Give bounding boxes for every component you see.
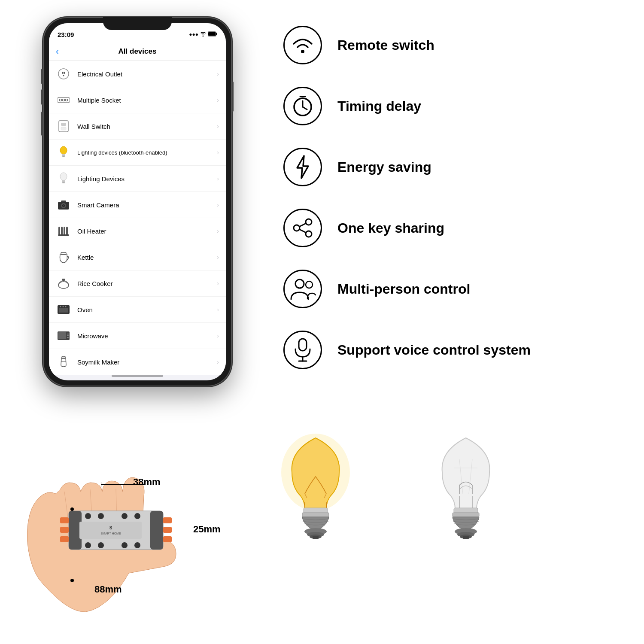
feature-voice-control: Support voice control system [283,331,627,369]
svg-point-57 [295,279,304,288]
hand-area: S SMART HOME 38mm 25mm 88mm [9,378,258,635]
svg-rect-82 [79,522,142,539]
phone-notch [103,17,172,30]
switch-icon [56,118,71,134]
chevron-icon: › [217,306,219,313]
device-list: Electrical Outlet › Multiple Socket › [49,61,226,375]
socket-icon [56,92,71,108]
feature-label: Multi-person control [337,281,470,297]
list-item[interactable]: Electrical Outlet › [49,61,226,87]
svg-rect-89 [302,513,329,517]
svg-point-79 [98,542,104,548]
svg-point-78 [85,542,91,548]
list-item[interactable]: Multiple Socket › [49,87,226,113]
feature-label: Timing delay [337,98,421,114]
svg-rect-59 [299,339,307,351]
svg-point-9 [63,99,65,101]
list-item[interactable]: Soymilk Maker › [49,349,226,375]
device-name: Multiple Socket [77,97,217,104]
feature-label: One key sharing [337,220,444,236]
svg-rect-16 [62,155,65,156]
list-item[interactable]: Microwave › [49,323,226,349]
wifi-status-icon [200,31,206,38]
svg-rect-4 [62,72,64,74]
dim-tick-38b [144,482,144,487]
chevron-icon: › [217,97,219,103]
list-item[interactable]: Kettle › [49,244,226,270]
device-name: Electrical Outlet [77,70,217,78]
home-indicator [112,375,163,377]
svg-rect-20 [62,182,65,182]
svg-text:S: S [109,526,112,530]
list-item[interactable]: Smart Camera › [49,192,226,218]
svg-line-55 [299,223,306,227]
svg-point-18 [60,173,67,180]
dim-dot-2 [70,579,74,582]
svg-rect-12 [61,123,66,126]
svg-rect-13 [61,127,66,130]
svg-rect-2 [216,33,217,35]
chevron-icon: › [217,332,219,339]
svg-rect-27 [58,227,60,235]
svg-point-58 [306,281,313,288]
svg-line-56 [299,229,306,233]
battery-status-icon [208,31,217,38]
phone-frame: 23:09 ●●● ‹ All devices [43,17,232,386]
dim-25mm: 25mm [193,524,221,535]
list-item[interactable]: Oven › [49,297,226,323]
svg-rect-26 [61,200,66,202]
svg-point-47 [301,50,304,53]
svg-point-81 [134,542,140,548]
svg-rect-29 [64,227,65,235]
svg-point-37 [60,306,61,307]
hand-svg: S SMART HOME [9,378,249,627]
svg-rect-70 [163,536,172,542]
svg-point-74 [85,513,91,519]
svg-point-10 [66,99,68,101]
svg-rect-88 [304,508,328,513]
device-name: Oven [77,306,217,313]
svg-rect-21 [62,182,65,183]
rice-cooker-icon [56,276,71,291]
svg-text:SMART HOME: SMART HOME [100,532,121,535]
device-name: Microwave [77,332,217,340]
dim-dot-1 [70,507,74,511]
nav-title: All devices [118,47,157,56]
dim-88mm: 88mm [94,584,122,595]
feature-remote-switch: Remote switch [283,26,627,64]
bulbs-section [266,416,515,554]
svg-rect-97 [453,513,479,517]
svg-point-77 [134,513,140,519]
feature-timing-delay: Timing delay [283,87,627,125]
feature-label: Remote switch [337,37,434,53]
svg-rect-71 [60,517,69,523]
feature-label: Support voice control system [337,342,531,358]
list-item[interactable]: Wall Switch › [49,113,226,140]
phone-screen: 23:09 ●●● ‹ All devices [49,23,226,380]
svg-point-6 [63,75,64,76]
list-item[interactable]: Lighting Devices › [49,166,226,192]
chevron-icon: › [217,175,219,182]
device-name: Smart Camera [77,201,217,209]
svg-rect-1 [208,32,216,36]
svg-point-25 [63,205,64,207]
back-button[interactable]: ‹ [56,46,59,56]
list-item[interactable]: Rice Cooker › [49,270,226,297]
svg-rect-69 [163,527,172,533]
svg-rect-5 [64,72,65,74]
list-item[interactable]: Lighting devices (bluetooth-enabled) › [49,140,226,166]
chevron-icon: › [217,358,219,365]
status-icons: ●●● [189,31,217,38]
svg-point-3 [58,69,69,79]
svg-rect-15 [62,154,65,155]
feature-one-key-sharing: One key sharing [283,209,627,247]
lightning-icon-circle [283,148,322,186]
svg-point-54 [294,225,300,231]
wifi-icon-circle [283,26,322,64]
features-section: Remote switch Timing delay Energy saving [283,26,627,392]
list-item[interactable]: Oil Heater › [49,218,226,244]
blender-icon [56,354,71,370]
chevron-icon: › [217,280,219,287]
feature-multiperson-control: Multi-person control [283,270,627,308]
feature-label: Energy saving [337,159,431,175]
